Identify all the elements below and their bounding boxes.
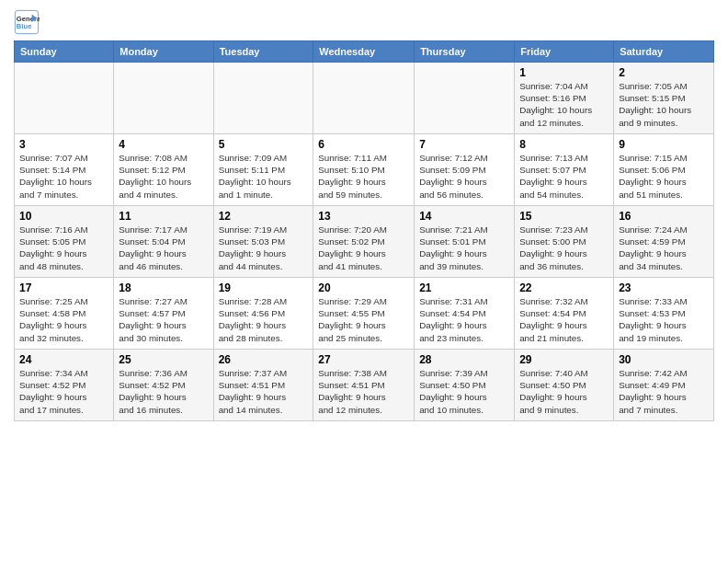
calendar-day-cell: 6Sunrise: 7:11 AMSunset: 5:10 PMDaylight… (313, 134, 415, 206)
day-info: Sunrise: 7:42 AMSunset: 4:49 PMDaylight:… (619, 367, 709, 416)
calendar-day-cell: 8Sunrise: 7:13 AMSunset: 5:07 PMDaylight… (515, 134, 614, 206)
calendar-week-row: 1Sunrise: 7:04 AMSunset: 5:16 PMDaylight… (15, 63, 714, 134)
day-number: 24 (19, 353, 108, 366)
calendar-day-cell: 7Sunrise: 7:12 AMSunset: 5:09 PMDaylight… (415, 134, 515, 206)
calendar-day-cell (313, 63, 415, 134)
day-info: Sunrise: 7:34 AMSunset: 4:52 PMDaylight:… (19, 367, 108, 416)
day-info: Sunrise: 7:12 AMSunset: 5:09 PMDaylight:… (419, 152, 509, 201)
calendar-day-cell: 30Sunrise: 7:42 AMSunset: 4:49 PMDayligh… (614, 350, 714, 421)
calendar-day-cell: 16Sunrise: 7:24 AMSunset: 4:59 PMDayligh… (614, 206, 714, 278)
day-number: 15 (519, 210, 609, 223)
calendar-table: SundayMondayTuesdayWednesdayThursdayFrid… (14, 40, 714, 421)
day-number: 14 (419, 210, 509, 223)
day-info: Sunrise: 7:17 AMSunset: 5:04 PMDaylight:… (119, 224, 208, 272)
day-number: 10 (19, 210, 108, 223)
calendar-day-cell: 29Sunrise: 7:40 AMSunset: 4:50 PMDayligh… (515, 350, 614, 421)
day-number: 28 (419, 353, 509, 366)
day-info: Sunrise: 7:29 AMSunset: 4:55 PMDaylight:… (318, 295, 409, 344)
weekday-header-cell: Monday (114, 41, 213, 63)
calendar-day-cell: 2Sunrise: 7:05 AMSunset: 5:15 PMDaylight… (614, 63, 714, 134)
day-number: 19 (219, 282, 309, 294)
calendar-day-cell (213, 63, 313, 134)
day-info: Sunrise: 7:25 AMSunset: 4:58 PMDaylight:… (19, 295, 108, 344)
day-info: Sunrise: 7:39 AMSunset: 4:50 PMDaylight:… (419, 367, 509, 416)
day-number: 1 (519, 66, 609, 79)
calendar-day-cell: 4Sunrise: 7:08 AMSunset: 5:12 PMDaylight… (114, 134, 213, 206)
day-info: Sunrise: 7:09 AMSunset: 5:11 PMDaylight:… (219, 152, 309, 201)
day-info: Sunrise: 7:11 AMSunset: 5:10 PMDaylight:… (318, 152, 409, 201)
day-number: 27 (318, 353, 409, 366)
calendar-header-row: SundayMondayTuesdayWednesdayThursdayFrid… (15, 41, 714, 63)
day-info: Sunrise: 7:07 AMSunset: 5:14 PMDaylight:… (19, 152, 108, 201)
weekday-header-cell: Thursday (415, 41, 515, 63)
logo: General Blue (14, 9, 40, 35)
calendar-day-cell: 3Sunrise: 7:07 AMSunset: 5:14 PMDaylight… (15, 134, 114, 206)
day-number: 20 (318, 282, 409, 294)
calendar-day-cell: 23Sunrise: 7:33 AMSunset: 4:53 PMDayligh… (614, 278, 714, 350)
calendar-day-cell: 10Sunrise: 7:16 AMSunset: 5:05 PMDayligh… (15, 206, 114, 278)
day-info: Sunrise: 7:33 AMSunset: 4:53 PMDaylight:… (619, 295, 709, 344)
weekday-header-cell: Tuesday (213, 41, 313, 63)
day-info: Sunrise: 7:31 AMSunset: 4:54 PMDaylight:… (419, 295, 509, 344)
weekday-header-cell: Saturday (614, 41, 714, 63)
day-number: 21 (419, 282, 509, 294)
calendar-day-cell: 14Sunrise: 7:21 AMSunset: 5:01 PMDayligh… (415, 206, 515, 278)
day-number: 17 (19, 282, 108, 294)
calendar-day-cell (114, 63, 213, 134)
weekday-header-cell: Wednesday (313, 41, 415, 63)
calendar-day-cell (415, 63, 515, 134)
day-number: 22 (519, 282, 609, 294)
calendar-day-cell: 18Sunrise: 7:27 AMSunset: 4:57 PMDayligh… (114, 278, 213, 350)
day-info: Sunrise: 7:37 AMSunset: 4:51 PMDaylight:… (219, 367, 309, 416)
day-info: Sunrise: 7:38 AMSunset: 4:51 PMDaylight:… (318, 367, 409, 416)
calendar-day-cell: 1Sunrise: 7:04 AMSunset: 5:16 PMDaylight… (515, 63, 614, 134)
calendar-body: 1Sunrise: 7:04 AMSunset: 5:16 PMDaylight… (15, 63, 714, 421)
day-number: 13 (318, 210, 409, 223)
calendar-day-cell: 9Sunrise: 7:15 AMSunset: 5:06 PMDaylight… (614, 134, 714, 206)
day-number: 6 (318, 138, 409, 151)
day-info: Sunrise: 7:23 AMSunset: 5:00 PMDaylight:… (519, 224, 609, 272)
day-number: 11 (119, 210, 208, 223)
day-number: 3 (19, 138, 108, 151)
calendar-day-cell: 25Sunrise: 7:36 AMSunset: 4:52 PMDayligh… (114, 350, 213, 421)
calendar-day-cell: 17Sunrise: 7:25 AMSunset: 4:58 PMDayligh… (15, 278, 114, 350)
calendar-day-cell: 11Sunrise: 7:17 AMSunset: 5:04 PMDayligh… (114, 206, 213, 278)
calendar-week-row: 10Sunrise: 7:16 AMSunset: 5:05 PMDayligh… (15, 206, 714, 278)
day-info: Sunrise: 7:28 AMSunset: 4:56 PMDaylight:… (219, 295, 309, 344)
calendar-day-cell: 19Sunrise: 7:28 AMSunset: 4:56 PMDayligh… (213, 278, 313, 350)
calendar-day-cell: 26Sunrise: 7:37 AMSunset: 4:51 PMDayligh… (213, 350, 313, 421)
day-info: Sunrise: 7:19 AMSunset: 5:03 PMDaylight:… (219, 224, 309, 272)
day-info: Sunrise: 7:27 AMSunset: 4:57 PMDaylight:… (119, 295, 208, 344)
day-number: 7 (419, 138, 509, 151)
calendar-day-cell: 12Sunrise: 7:19 AMSunset: 5:03 PMDayligh… (213, 206, 313, 278)
day-number: 18 (119, 282, 208, 294)
day-info: Sunrise: 7:20 AMSunset: 5:02 PMDaylight:… (318, 224, 409, 272)
calendar-day-cell: 13Sunrise: 7:20 AMSunset: 5:02 PMDayligh… (313, 206, 415, 278)
day-number: 8 (519, 138, 609, 151)
day-number: 5 (219, 138, 309, 151)
calendar-day-cell: 27Sunrise: 7:38 AMSunset: 4:51 PMDayligh… (313, 350, 415, 421)
svg-text:Blue: Blue (17, 22, 32, 30)
day-info: Sunrise: 7:32 AMSunset: 4:54 PMDaylight:… (519, 295, 609, 344)
day-info: Sunrise: 7:36 AMSunset: 4:52 PMDaylight:… (119, 367, 208, 416)
calendar-day-cell: 22Sunrise: 7:32 AMSunset: 4:54 PMDayligh… (515, 278, 614, 350)
calendar-day-cell: 28Sunrise: 7:39 AMSunset: 4:50 PMDayligh… (415, 350, 515, 421)
calendar-week-row: 3Sunrise: 7:07 AMSunset: 5:14 PMDaylight… (15, 134, 714, 206)
header: General Blue (14, 9, 714, 35)
day-number: 16 (619, 210, 709, 223)
weekday-header-cell: Friday (515, 41, 614, 63)
day-number: 4 (119, 138, 208, 151)
day-number: 12 (219, 210, 309, 223)
day-number: 29 (519, 353, 609, 366)
day-info: Sunrise: 7:05 AMSunset: 5:15 PMDaylight:… (619, 80, 709, 129)
logo-icon: General Blue (14, 9, 40, 35)
day-info: Sunrise: 7:13 AMSunset: 5:07 PMDaylight:… (519, 152, 609, 201)
calendar-day-cell: 21Sunrise: 7:31 AMSunset: 4:54 PMDayligh… (415, 278, 515, 350)
day-number: 9 (619, 138, 709, 151)
weekday-header-cell: Sunday (15, 41, 114, 63)
day-info: Sunrise: 7:16 AMSunset: 5:05 PMDaylight:… (19, 224, 108, 272)
day-info: Sunrise: 7:21 AMSunset: 5:01 PMDaylight:… (419, 224, 509, 272)
day-info: Sunrise: 7:15 AMSunset: 5:06 PMDaylight:… (619, 152, 709, 201)
calendar-day-cell: 24Sunrise: 7:34 AMSunset: 4:52 PMDayligh… (15, 350, 114, 421)
calendar-day-cell: 15Sunrise: 7:23 AMSunset: 5:00 PMDayligh… (515, 206, 614, 278)
